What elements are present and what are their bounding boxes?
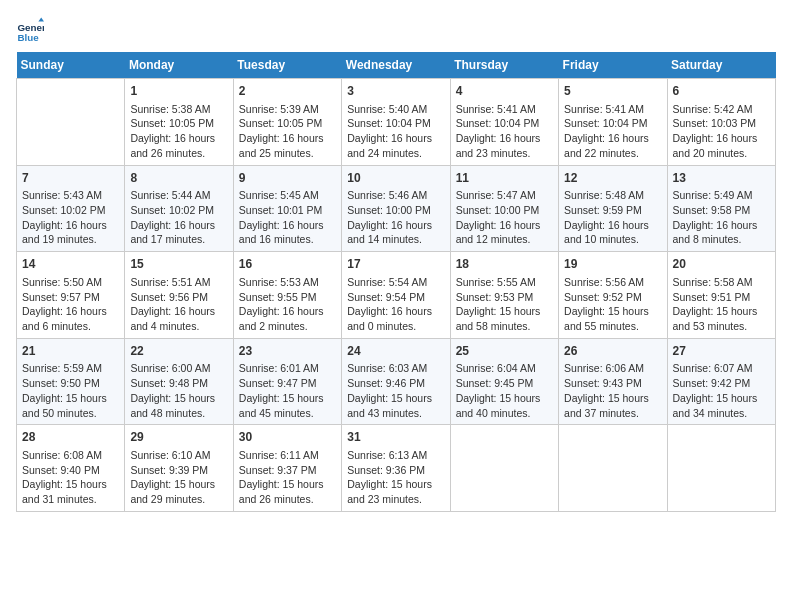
week-row-3: 14Sunrise: 5:50 AMSunset: 9:57 PMDayligh… — [17, 252, 776, 339]
cell-text-line: Sunset: 9:39 PM — [130, 463, 227, 478]
day-number: 29 — [130, 429, 227, 446]
cell-text-line: and 29 minutes. — [130, 492, 227, 507]
day-number: 17 — [347, 256, 444, 273]
cell-text-line: Sunset: 10:05 PM — [130, 116, 227, 131]
cell-text-line: Sunrise: 5:50 AM — [22, 275, 119, 290]
calendar-cell: 9Sunrise: 5:45 AMSunset: 10:01 PMDayligh… — [233, 165, 341, 252]
cell-text-line: Sunset: 9:40 PM — [22, 463, 119, 478]
day-number: 24 — [347, 343, 444, 360]
cell-text-line: and 26 minutes. — [130, 146, 227, 161]
cell-text-line: Daylight: 16 hours — [22, 304, 119, 319]
cell-text-line: Daylight: 16 hours — [239, 304, 336, 319]
week-row-5: 28Sunrise: 6:08 AMSunset: 9:40 PMDayligh… — [17, 425, 776, 512]
cell-text-line: Sunrise: 5:41 AM — [456, 102, 553, 117]
cell-text-line: Sunset: 9:53 PM — [456, 290, 553, 305]
cell-text-line: and 20 minutes. — [673, 146, 770, 161]
cell-text-line: and 8 minutes. — [673, 232, 770, 247]
cell-text-line: and 2 minutes. — [239, 319, 336, 334]
cell-text-line: Daylight: 16 hours — [456, 131, 553, 146]
calendar-cell: 27Sunrise: 6:07 AMSunset: 9:42 PMDayligh… — [667, 338, 775, 425]
header: General Blue — [16, 16, 776, 44]
cell-text-line: and 26 minutes. — [239, 492, 336, 507]
calendar-cell: 28Sunrise: 6:08 AMSunset: 9:40 PMDayligh… — [17, 425, 125, 512]
cell-text-line: Daylight: 15 hours — [239, 391, 336, 406]
cell-text-line: and 23 minutes. — [456, 146, 553, 161]
cell-text-line: Daylight: 15 hours — [22, 391, 119, 406]
logo-icon: General Blue — [16, 16, 44, 44]
cell-text-line: Daylight: 15 hours — [130, 391, 227, 406]
day-number: 28 — [22, 429, 119, 446]
calendar-cell: 16Sunrise: 5:53 AMSunset: 9:55 PMDayligh… — [233, 252, 341, 339]
cell-text-line: Sunset: 10:02 PM — [130, 203, 227, 218]
cell-text-line: and 10 minutes. — [564, 232, 661, 247]
day-number: 19 — [564, 256, 661, 273]
cell-text-line: Daylight: 16 hours — [564, 131, 661, 146]
cell-text-line: Daylight: 16 hours — [347, 131, 444, 146]
cell-text-line: Sunrise: 6:07 AM — [673, 361, 770, 376]
calendar-cell: 14Sunrise: 5:50 AMSunset: 9:57 PMDayligh… — [17, 252, 125, 339]
cell-text-line: Daylight: 16 hours — [239, 131, 336, 146]
calendar-cell: 25Sunrise: 6:04 AMSunset: 9:45 PMDayligh… — [450, 338, 558, 425]
day-number: 27 — [673, 343, 770, 360]
cell-text-line: Sunrise: 5:49 AM — [673, 188, 770, 203]
cell-text-line: Sunrise: 6:08 AM — [22, 448, 119, 463]
cell-text-line: Sunset: 9:57 PM — [22, 290, 119, 305]
cell-text-line: Daylight: 16 hours — [347, 304, 444, 319]
logo: General Blue — [16, 16, 48, 44]
day-number: 25 — [456, 343, 553, 360]
svg-text:Blue: Blue — [17, 32, 39, 43]
header-row: SundayMondayTuesdayWednesdayThursdayFrid… — [17, 52, 776, 79]
cell-text-line: Daylight: 15 hours — [456, 391, 553, 406]
cell-text-line: and 48 minutes. — [130, 406, 227, 421]
day-number: 8 — [130, 170, 227, 187]
cell-text-line: Sunset: 9:46 PM — [347, 376, 444, 391]
calendar-cell: 24Sunrise: 6:03 AMSunset: 9:46 PMDayligh… — [342, 338, 450, 425]
calendar-cell: 19Sunrise: 5:56 AMSunset: 9:52 PMDayligh… — [559, 252, 667, 339]
cell-text-line: Sunrise: 5:51 AM — [130, 275, 227, 290]
calendar-cell: 11Sunrise: 5:47 AMSunset: 10:00 PMDaylig… — [450, 165, 558, 252]
cell-text-line: Sunset: 10:01 PM — [239, 203, 336, 218]
cell-text-line: Sunset: 9:47 PM — [239, 376, 336, 391]
cell-text-line: Sunrise: 5:41 AM — [564, 102, 661, 117]
cell-text-line: Daylight: 16 hours — [564, 218, 661, 233]
day-number: 15 — [130, 256, 227, 273]
cell-text-line: Sunrise: 6:03 AM — [347, 361, 444, 376]
day-number: 6 — [673, 83, 770, 100]
cell-text-line: Daylight: 15 hours — [239, 477, 336, 492]
calendar-cell: 13Sunrise: 5:49 AMSunset: 9:58 PMDayligh… — [667, 165, 775, 252]
cell-text-line: Sunrise: 5:42 AM — [673, 102, 770, 117]
calendar-table: SundayMondayTuesdayWednesdayThursdayFrid… — [16, 52, 776, 512]
cell-text-line: Sunset: 9:42 PM — [673, 376, 770, 391]
cell-text-line: Daylight: 16 hours — [130, 218, 227, 233]
cell-text-line: and 4 minutes. — [130, 319, 227, 334]
header-day-monday: Monday — [125, 52, 233, 79]
cell-text-line: Daylight: 15 hours — [564, 304, 661, 319]
cell-text-line: Sunset: 10:04 PM — [564, 116, 661, 131]
day-number: 23 — [239, 343, 336, 360]
cell-text-line: Sunrise: 5:54 AM — [347, 275, 444, 290]
cell-text-line: Sunset: 10:04 PM — [347, 116, 444, 131]
cell-text-line: Sunrise: 5:59 AM — [22, 361, 119, 376]
calendar-cell — [450, 425, 558, 512]
day-number: 5 — [564, 83, 661, 100]
cell-text-line: Sunset: 9:48 PM — [130, 376, 227, 391]
day-number: 10 — [347, 170, 444, 187]
day-number: 18 — [456, 256, 553, 273]
header-day-tuesday: Tuesday — [233, 52, 341, 79]
cell-text-line: Sunrise: 5:38 AM — [130, 102, 227, 117]
cell-text-line: Sunrise: 5:58 AM — [673, 275, 770, 290]
cell-text-line: Sunset: 9:45 PM — [456, 376, 553, 391]
calendar-cell: 20Sunrise: 5:58 AMSunset: 9:51 PMDayligh… — [667, 252, 775, 339]
cell-text-line: Sunrise: 6:01 AM — [239, 361, 336, 376]
calendar-cell — [559, 425, 667, 512]
cell-text-line: Daylight: 16 hours — [130, 131, 227, 146]
calendar-cell: 5Sunrise: 5:41 AMSunset: 10:04 PMDayligh… — [559, 79, 667, 166]
day-number: 1 — [130, 83, 227, 100]
calendar-cell: 2Sunrise: 5:39 AMSunset: 10:05 PMDayligh… — [233, 79, 341, 166]
cell-text-line: Sunrise: 5:46 AM — [347, 188, 444, 203]
cell-text-line: Sunset: 10:02 PM — [22, 203, 119, 218]
cell-text-line: Sunset: 9:55 PM — [239, 290, 336, 305]
cell-text-line: Sunrise: 6:11 AM — [239, 448, 336, 463]
calendar-cell: 31Sunrise: 6:13 AMSunset: 9:36 PMDayligh… — [342, 425, 450, 512]
header-day-friday: Friday — [559, 52, 667, 79]
